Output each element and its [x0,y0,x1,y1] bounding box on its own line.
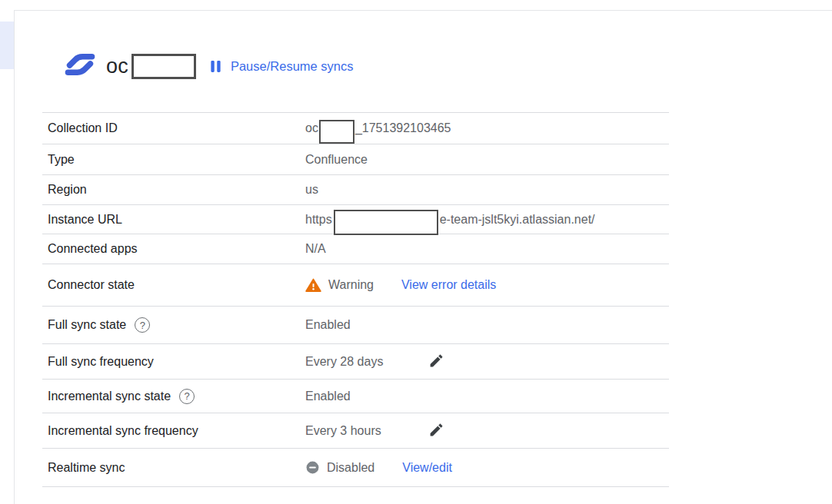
help-icon[interactable]: ? [135,317,150,333]
details-table: Collection ID oc _1751392103465 Type Con… [42,112,669,487]
connected-apps-value: N/A [305,242,669,256]
type-value: Confluence [305,153,669,167]
edit-pencil-icon [428,353,444,371]
left-panel-divider [14,10,15,504]
row-label: Region [42,183,305,197]
disabled-icon [305,460,320,475]
status-text: Warning [328,278,374,292]
incremental-sync-state-value: Enabled [305,390,669,403]
table-row-connected-apps: Connected apps N/A [42,234,669,264]
table-row-region: Region us [42,175,669,205]
table-row-instance-url: Instance URL https e-team-jslt5kyi.atlas… [42,205,669,234]
edit-pencil-icon [428,422,444,440]
page-title: oc [106,55,128,78]
instance-url-value: https e-team-jslt5kyi.atlassian.net/ [305,207,669,232]
row-label: Incremental sync frequency [42,424,305,438]
value-prefix: oc [305,121,318,135]
row-label: Connected apps [42,242,305,256]
edit-incremental-sync-frequency-button[interactable] [428,422,444,440]
table-row-incremental-sync-state: Incremental sync state ? Enabled [42,380,669,413]
redaction-box [334,210,438,235]
sidebar-item-sliver [0,22,14,69]
full-sync-state-value: Enabled [305,318,669,332]
frequency-text: Every 3 hours [305,424,428,438]
view-error-details-link[interactable]: View error details [401,278,496,292]
collection-id-value: oc _1751392103465 [305,117,669,141]
full-sync-frequency-value: Every 28 days [305,353,669,371]
region-value: us [305,183,669,197]
frequency-text: Every 28 days [305,355,428,369]
row-label: Connector state [42,278,305,292]
table-row-collection-id: Collection ID oc _1751392103465 [42,113,669,144]
row-label-text: Full sync state [48,318,126,332]
confluence-logo-icon [65,51,95,81]
warning-icon [305,277,321,293]
help-icon[interactable]: ? [179,389,195,404]
row-label: Incremental sync state ? [42,389,305,404]
row-label: Instance URL [42,213,305,227]
table-row-incremental-sync-frequency: Incremental sync frequency Every 3 hours [42,413,669,449]
row-label: Type [42,153,305,167]
value-prefix: https [305,213,332,227]
row-label: Full sync state ? [42,317,305,333]
table-row-full-sync-frequency: Full sync frequency Every 28 days [42,344,669,380]
redaction-box [319,120,354,144]
incremental-sync-frequency-value: Every 3 hours [305,422,669,440]
status-text: Disabled [327,461,374,475]
row-label: Full sync frequency [42,355,305,369]
table-row-realtime-sync: Realtime sync Disabled View/edit [42,449,669,487]
row-label: Collection ID [42,121,305,135]
view-edit-link[interactable]: View/edit [402,461,452,475]
pause-resume-syncs-button[interactable]: Pause/Resume syncs [206,55,355,78]
table-row-type: Type Confluence [42,144,669,175]
realtime-sync-value: Disabled View/edit [305,460,669,475]
row-label-text: Incremental sync state [48,390,171,403]
connector-state-value: Warning View error details [305,277,669,293]
collection-header: oc Pause/Resume syncs [65,49,355,83]
value-suffix: _1751392103465 [355,121,451,135]
pause-icon [208,58,224,75]
redaction-box [131,54,196,79]
pause-resume-syncs-label: Pause/Resume syncs [231,59,354,74]
table-row-connector-state: Connector state Warning View error detai… [42,264,669,307]
table-row-full-sync-state: Full sync state ? Enabled [42,307,669,344]
row-label: Realtime sync [42,461,305,475]
edit-full-sync-frequency-button[interactable] [428,353,444,371]
top-divider [14,10,832,11]
value-suffix: e-team-jslt5kyi.atlassian.net/ [440,213,595,227]
